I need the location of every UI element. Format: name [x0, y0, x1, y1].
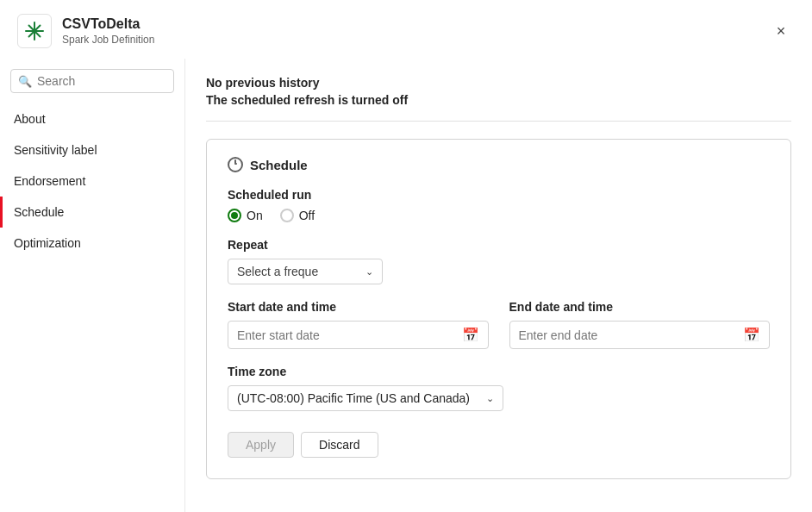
chevron-down-icon: ⌄ [365, 266, 373, 278]
schedule-card-header: Schedule [228, 157, 770, 172]
calendar-end-icon[interactable]: 📅 [743, 327, 760, 343]
date-time-row: Start date and time 📅 End date and time … [228, 300, 770, 349]
end-date-label: End date and time [509, 300, 771, 314]
history-section: No previous history The scheduled refres… [206, 76, 791, 107]
start-date-input[interactable] [237, 328, 459, 342]
apply-button[interactable]: Apply [228, 432, 294, 458]
radio-group: On Off [228, 209, 770, 222]
radio-off-label: Off [299, 209, 315, 222]
radio-off[interactable]: Off [280, 209, 315, 222]
timezone-chevron-icon: ⌄ [486, 393, 494, 404]
sidebar-item-label-about: About [14, 112, 46, 126]
start-date-label: Start date and time [228, 300, 489, 314]
end-date-input-wrapper[interactable]: 📅 [509, 321, 771, 349]
sidebar-item-endorsement[interactable]: Endorsement [0, 165, 184, 197]
dialog-container: CSVToDelta Spark Job Definition × 🔍 Abou… [0, 0, 812, 512]
scheduled-run-section: Scheduled run On Off [228, 188, 770, 222]
radio-off-circle [280, 209, 294, 222]
dialog-subtitle: Spark Job Definition [62, 34, 767, 46]
close-button[interactable]: × [767, 17, 795, 45]
sidebar-item-optimization[interactable]: Optimization [0, 228, 184, 259]
dialog-title: CSVToDelta [62, 16, 767, 32]
repeat-label: Repeat [228, 238, 770, 252]
app-icon [17, 14, 52, 48]
sidebar-item-about[interactable]: About [0, 103, 184, 134]
search-input[interactable] [37, 74, 188, 88]
schedule-card: Schedule Scheduled run On Off [206, 139, 791, 479]
timezone-section: Time zone (UTC-08:00) Pacific Time (US a… [228, 365, 770, 411]
repeat-section: Repeat Select a freque ⌄ [228, 238, 770, 284]
clock-icon [228, 157, 243, 172]
sidebar-item-label-endorsement: Endorsement [14, 174, 85, 188]
timezone-dropdown[interactable]: (UTC-08:00) Pacific Time (US and Canada)… [228, 385, 503, 411]
radio-on-label: On [247, 209, 263, 222]
sidebar-item-label-optimization: Optimization [14, 236, 81, 250]
repeat-dropdown[interactable]: Select a freque ⌄ [228, 259, 383, 284]
end-date-input[interactable] [519, 328, 740, 342]
sidebar-item-sensitivity-label[interactable]: Sensitivity label [0, 134, 184, 165]
section-divider [206, 121, 791, 122]
no-history-label: No previous history [206, 76, 791, 90]
sidebar-item-schedule[interactable]: Schedule [0, 197, 184, 228]
radio-on-circle [228, 209, 241, 222]
end-date-field: End date and time 📅 [509, 300, 771, 349]
sidebar-item-label-sensitivity: Sensitivity label [14, 143, 97, 157]
sidebar-item-label-schedule: Schedule [14, 205, 64, 219]
action-buttons: Apply Discard [228, 432, 770, 458]
search-icon: 🔍 [18, 75, 32, 88]
radio-on[interactable]: On [228, 209, 263, 222]
title-group: CSVToDelta Spark Job Definition [62, 16, 767, 46]
timezone-label: Time zone [228, 365, 770, 378]
start-date-input-wrapper[interactable]: 📅 [228, 321, 489, 349]
calendar-start-icon[interactable]: 📅 [462, 327, 479, 343]
repeat-dropdown-value: Select a freque [237, 265, 318, 278]
main-content: No previous history The scheduled refres… [185, 59, 812, 512]
schedule-card-title: Schedule [250, 158, 308, 172]
sidebar: 🔍 About Sensitivity label Endorsement Sc… [0, 59, 185, 512]
start-date-field: Start date and time 📅 [228, 300, 489, 349]
scheduled-run-label: Scheduled run [228, 188, 770, 202]
timezone-value: (UTC-08:00) Pacific Time (US and Canada) [237, 391, 470, 405]
dialog-body: 🔍 About Sensitivity label Endorsement Sc… [0, 59, 812, 512]
search-box[interactable]: 🔍 [10, 69, 174, 93]
discard-button[interactable]: Discard [301, 432, 378, 458]
schedule-off-message: The scheduled refresh is turned off [206, 93, 791, 107]
dialog-header: CSVToDelta Spark Job Definition × [0, 0, 812, 59]
